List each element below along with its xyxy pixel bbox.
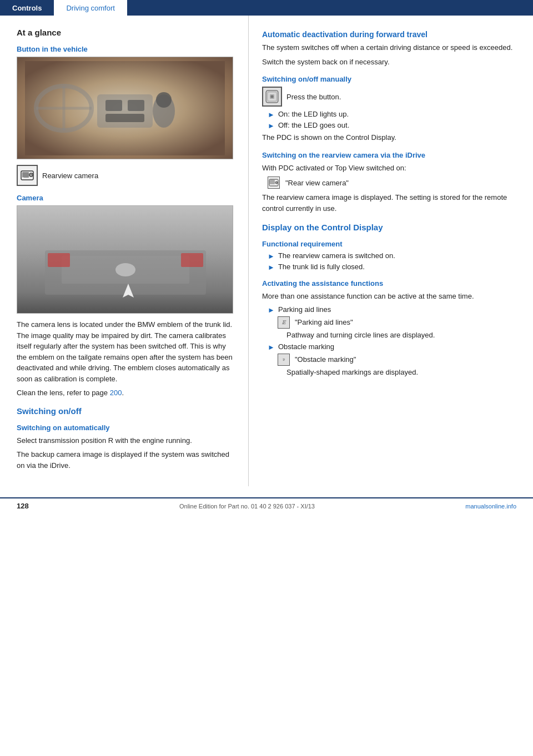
svg-rect-11 bbox=[22, 172, 29, 178]
off-led-item: ► Off: the LED goes out. bbox=[262, 121, 521, 130]
press-button-label: Press the button. bbox=[286, 93, 341, 101]
display-heading: Display on the Control Display bbox=[262, 223, 521, 232]
bullet-arrow-req2: ► bbox=[268, 263, 275, 271]
obstacle-quote-row: 𝔳 "Obstacle marking" bbox=[262, 354, 521, 366]
obstacle-item: ► Obstacle marking bbox=[262, 342, 521, 351]
switching-on-off-heading: Switching on/off bbox=[17, 406, 236, 416]
bullet-arrow-off: ► bbox=[268, 122, 275, 130]
rear-view-quote-text: "Rear view camera" bbox=[285, 179, 349, 187]
camera-description: The camera lens is located under the BMW… bbox=[17, 319, 236, 384]
switch-button-icon bbox=[262, 87, 282, 107]
obstacle-quote-text: "Obstacle marking" bbox=[295, 355, 356, 364]
switching-idrive-heading: Switching on the rearview camera via the… bbox=[262, 151, 521, 159]
obstacle-desc-text: Spatially-shaped markings are displayed. bbox=[286, 368, 418, 376]
rearview-displayed-text: The rearview camera image is displayed. … bbox=[262, 192, 521, 214]
svg-point-29 bbox=[276, 182, 277, 183]
rearview-camera-label: Rearview camera bbox=[42, 172, 98, 180]
left-column: At a glance Button in the vehicle bbox=[0, 16, 249, 486]
svg-point-6 bbox=[156, 92, 172, 108]
auto-deact-desc2: Switch the system back on if necessary. bbox=[262, 57, 521, 68]
page-footer: 128 Online Edition for Part no. 01 40 2 … bbox=[0, 497, 533, 513]
rearview-camera-row: Rearview camera bbox=[17, 165, 236, 186]
func-req1-item: ► The rearview camera is switched on. bbox=[262, 251, 521, 260]
auto-deact-desc1: The system switches off when a certain d… bbox=[262, 42, 521, 53]
obstacle-desc-row: Spatially-shaped markings are displayed. bbox=[262, 368, 521, 376]
switching-auto-desc2: The backup camera image is displayed if … bbox=[17, 449, 236, 471]
camera-section-heading: Camera bbox=[17, 194, 236, 202]
functional-req-heading: Functional requirement bbox=[262, 240, 521, 248]
clean-lens-text: Clean the lens, refer to page 200. bbox=[17, 387, 236, 399]
obstacle-icon: 𝔳 bbox=[278, 354, 290, 366]
svg-point-25 bbox=[271, 95, 274, 98]
svg-point-18 bbox=[115, 263, 135, 276]
press-button-row: Press the button. bbox=[262, 87, 521, 107]
tab-controls[interactable]: Controls bbox=[0, 0, 54, 16]
parking-aid-label: Parking aid lines bbox=[278, 305, 331, 314]
parking-icon: 𝔼 bbox=[278, 316, 290, 329]
right-column: Automatic deactivation during forward tr… bbox=[249, 16, 533, 486]
vehicle-svg bbox=[25, 61, 225, 155]
svg-rect-27 bbox=[270, 180, 275, 184]
bullet-arrow-req1: ► bbox=[268, 252, 275, 260]
page-200-link[interactable]: 200 bbox=[110, 389, 122, 397]
footer-right: manualsonline.info bbox=[465, 503, 516, 510]
footer-text: Online Edition for Part no. 01 40 2 926 … bbox=[179, 503, 315, 510]
tab-driving-comfort[interactable]: Driving comfort bbox=[54, 0, 127, 16]
camera-svg bbox=[17, 206, 233, 314]
activating-desc: More than one assistance function can be… bbox=[262, 291, 521, 302]
bullet-arrow-on: ► bbox=[268, 110, 275, 119]
obstacle-label: Obstacle marking bbox=[278, 342, 334, 351]
switching-auto-desc1: Select transmission position R with the … bbox=[17, 435, 236, 446]
content-area: At a glance Button in the vehicle bbox=[0, 16, 533, 486]
on-led-text: On: the LED lights up. bbox=[278, 110, 349, 118]
svg-rect-3 bbox=[128, 100, 144, 111]
top-navigation: Controls Driving comfort bbox=[0, 0, 533, 16]
pdc-shown-text: The PDC is shown on the Control Display. bbox=[262, 132, 521, 143]
off-led-text: Off: the LED goes out. bbox=[278, 121, 349, 129]
rear-view-icon-inline bbox=[268, 177, 280, 189]
switch-svg bbox=[265, 89, 279, 104]
svg-rect-20 bbox=[181, 253, 203, 267]
svg-rect-4 bbox=[105, 114, 144, 122]
vehicle-interior-image bbox=[17, 57, 233, 159]
bullet-arrow-obstacle: ► bbox=[268, 343, 275, 351]
parking-desc-text: Pathway and turning circle lines are dis… bbox=[286, 331, 435, 339]
svg-rect-19 bbox=[48, 253, 70, 267]
rearview-camera-icon-box bbox=[17, 165, 38, 186]
svg-rect-1 bbox=[97, 94, 153, 128]
func-req1-text: The rearview camera is switched on. bbox=[278, 251, 395, 260]
camera-image bbox=[17, 205, 233, 314]
auto-deactivation-heading: Automatic deactivation during forward tr… bbox=[262, 30, 521, 39]
on-led-item: ► On: the LED lights up. bbox=[262, 110, 521, 119]
parking-desc-row: Pathway and turning circle lines are dis… bbox=[262, 331, 521, 339]
activating-heading: Activating the assistance functions bbox=[262, 279, 521, 288]
svg-point-13 bbox=[31, 174, 32, 175]
rear-view-camera-row: "Rear view camera" bbox=[262, 177, 521, 189]
switching-auto-heading: Switching on automatically bbox=[17, 424, 236, 432]
pdc-activated-text: With PDC activated or Top View switched … bbox=[262, 163, 521, 174]
parking-quote-row: 𝔼 "Parking aid lines" bbox=[262, 316, 521, 329]
button-in-vehicle-heading: Button in the vehicle bbox=[17, 45, 236, 53]
func-req2-text: The trunk lid is fully closed. bbox=[278, 263, 365, 271]
parking-aid-item: ► Parking aid lines bbox=[262, 305, 521, 314]
at-a-glance-heading: At a glance bbox=[17, 28, 236, 37]
parking-quote-text: "Parking aid lines" bbox=[295, 318, 353, 326]
svg-rect-2 bbox=[105, 100, 122, 111]
rearview-icon bbox=[20, 168, 34, 183]
func-req2-item: ► The trunk lid is fully closed. bbox=[262, 263, 521, 271]
switching-manual-heading: Switching on/off manually bbox=[262, 75, 521, 83]
bullet-arrow-parking: ► bbox=[268, 306, 275, 314]
rear-view-svg bbox=[269, 179, 279, 187]
page-number: 128 bbox=[17, 502, 29, 510]
